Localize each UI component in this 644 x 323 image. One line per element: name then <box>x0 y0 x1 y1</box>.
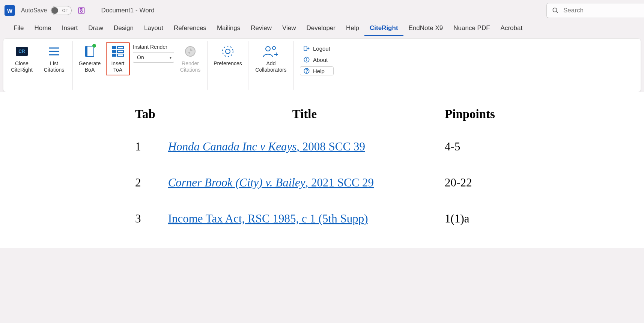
menu-design[interactable]: Design <box>108 22 139 36</box>
search-icon <box>552 7 559 14</box>
save-icon <box>78 7 85 14</box>
svg-point-2 <box>81 11 83 12</box>
menu-home[interactable]: Home <box>29 22 56 36</box>
table-icon <box>111 46 124 57</box>
toa-pinpoints: 20-22 <box>445 176 518 212</box>
menu-view[interactable]: View <box>277 22 301 36</box>
menu-file[interactable]: File <box>8 22 29 36</box>
word-app-icon: W <box>5 5 15 16</box>
toa-row: 2 Corner Brook (City) v. Bailey, 2021 SC… <box>135 176 518 212</box>
citeright-logo-icon: CR <box>15 46 29 57</box>
add-user-icon <box>263 45 279 58</box>
add-collaborators-button[interactable]: Add Collaborators <box>252 42 290 75</box>
svg-rect-16 <box>112 54 116 56</box>
logout-icon <box>303 45 310 52</box>
toa-title-cell: Honda Canada Inc v Keays, 2008 SCC 39 <box>168 140 445 176</box>
svg-rect-25 <box>304 46 307 51</box>
toa-pinpoints: 1(1)a <box>445 212 518 248</box>
citation-link[interactable]: Income Tax Act, RSC 1985, c 1 (5th Supp) <box>168 212 368 225</box>
svg-line-4 <box>556 11 558 13</box>
menu-endnote[interactable]: EndNote X9 <box>403 22 448 36</box>
svg-text:CR: CR <box>18 49 25 54</box>
svg-rect-11 <box>86 46 87 57</box>
document-area: Tab Title Pinpoints 1 Honda Canada Inc v… <box>0 92 644 248</box>
toa-header-pinpoints: Pinpoints <box>445 107 518 140</box>
save-button[interactable] <box>77 6 86 15</box>
preferences-button[interactable]: Preferences <box>211 42 244 69</box>
help-icon <box>303 68 310 74</box>
insert-toa-button[interactable]: Insert ToA <box>106 42 130 75</box>
instant-render-value: On <box>137 54 144 60</box>
ribbon-group-generate: Generate BoA Insert ToA Instant Render O… <box>73 41 208 90</box>
menu-acrobat[interactable]: Acrobat <box>495 22 528 36</box>
svg-rect-1 <box>80 8 83 10</box>
menu-citeright[interactable]: CiteRight <box>364 22 403 36</box>
toa-header-row: Tab Title Pinpoints <box>135 107 518 140</box>
svg-rect-12 <box>112 47 116 49</box>
menu-insert[interactable]: Insert <box>57 22 83 36</box>
svg-point-20 <box>223 46 233 57</box>
menu-references[interactable]: References <box>169 22 212 36</box>
svg-rect-14 <box>112 50 116 53</box>
search-box[interactable]: Search <box>546 3 644 18</box>
menu-nuance[interactable]: Nuance PDF <box>448 22 495 36</box>
info-icon <box>303 56 310 63</box>
render-citations-button[interactable]: Render Citations <box>177 42 203 75</box>
ribbon: CR Close CiteRight List Citations Genera… <box>3 38 641 92</box>
ribbon-group-prefs: Preferences <box>208 41 248 90</box>
svg-point-22 <box>272 47 275 50</box>
generate-boa-button[interactable]: Generate BoA <box>77 42 103 75</box>
menubar: File Home Insert Draw Design Layout Refe… <box>0 21 644 36</box>
citation-link[interactable]: Corner Brook (City) v. Bailey, 2021 SCC … <box>168 176 374 189</box>
svg-point-3 <box>553 8 557 12</box>
svg-point-19 <box>226 49 230 54</box>
refresh-icon <box>184 45 197 58</box>
menu-review[interactable]: Review <box>245 22 277 36</box>
svg-rect-17 <box>117 54 123 56</box>
svg-point-27 <box>307 59 307 59</box>
ribbon-group-collab: Add Collaborators <box>248 41 294 90</box>
menu-layout[interactable]: Layout <box>139 22 169 36</box>
svg-rect-15 <box>117 50 123 53</box>
ribbon-group-account: Logout About Help <box>294 41 340 90</box>
svg-point-18 <box>185 47 195 56</box>
toa-pinpoints: 4-5 <box>445 140 518 176</box>
svg-rect-13 <box>117 47 123 49</box>
search-placeholder: Search <box>563 7 584 14</box>
toa-tab-number: 3 <box>135 212 168 248</box>
instant-render-group: Instant Render On ▾ <box>133 42 174 63</box>
svg-point-30 <box>307 72 307 72</box>
list-icon <box>47 46 61 57</box>
help-button[interactable]: Help <box>300 66 334 75</box>
about-button[interactable]: About <box>300 55 334 64</box>
ribbon-group-main: CR Close CiteRight List Citations <box>3 41 73 90</box>
list-citations-button[interactable]: List Citations <box>39 42 69 75</box>
toa-title-cell: Corner Brook (City) v. Bailey, 2021 SCC … <box>168 176 445 212</box>
gear-icon <box>221 45 235 58</box>
autosave-label: AutoSave <box>21 7 47 14</box>
toa-tab-number: 2 <box>135 176 168 212</box>
chevron-down-icon: ▾ <box>170 56 172 60</box>
toa-header-title: Title <box>168 107 445 140</box>
instant-render-dropdown[interactable]: On ▾ <box>133 52 174 63</box>
document-title: Document1 - Word <box>101 7 154 14</box>
toa-row: 1 Honda Canada Inc v Keays, 2008 SCC 39 … <box>135 140 518 176</box>
menu-mailings[interactable]: Mailings <box>212 22 245 36</box>
table-of-authorities: Tab Title Pinpoints 1 Honda Canada Inc v… <box>135 107 518 248</box>
logout-button[interactable]: Logout <box>300 44 334 53</box>
menu-draw[interactable]: Draw <box>83 22 108 36</box>
svg-point-21 <box>266 47 270 51</box>
toa-row: 3 Income Tax Act, RSC 1985, c 1 (5th Sup… <box>135 212 518 248</box>
autosave-toggle[interactable]: Off <box>51 6 72 15</box>
toa-header-tab: Tab <box>135 107 168 140</box>
titlebar: W AutoSave Off Document1 - Word Search <box>0 0 644 21</box>
citation-link[interactable]: Honda Canada Inc v Keays, 2008 SCC 39 <box>168 140 365 153</box>
autosave-toggle-state: Off <box>60 8 70 13</box>
menu-help[interactable]: Help <box>341 22 364 36</box>
toa-title-cell: Income Tax Act, RSC 1985, c 1 (5th Supp) <box>168 212 445 248</box>
menu-developer[interactable]: Developer <box>301 22 341 36</box>
status-dot-icon <box>92 44 96 48</box>
document-page[interactable]: Tab Title Pinpoints 1 Honda Canada Inc v… <box>0 107 540 248</box>
toa-tab-number: 1 <box>135 140 168 176</box>
close-citeright-button[interactable]: CR Close CiteRight <box>7 42 36 75</box>
